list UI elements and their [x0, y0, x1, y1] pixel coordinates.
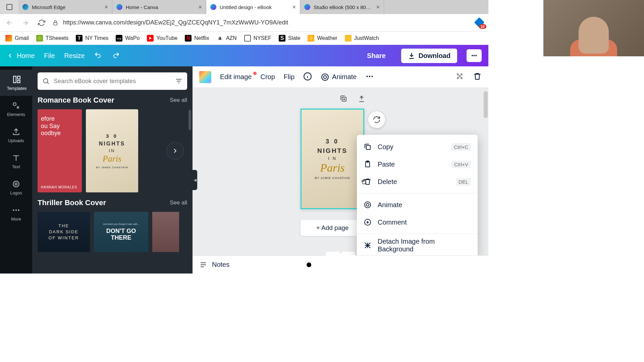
bookmark-netflix[interactable]: NNetflix — [185, 35, 209, 42]
youtube-icon — [147, 35, 154, 42]
template-row-romance: eforeou Sayoodbye HANNAH MORALES 3 0 NIG… — [38, 109, 187, 192]
canvas-area: Edit image Crop Flip Animate 3 0 NIGHTS … — [193, 66, 488, 274]
ctx-paste[interactable]: Paste Ctrl+V — [357, 156, 478, 173]
share-page-button[interactable] — [356, 93, 368, 105]
bookmark-youtube[interactable]: YouTube — [147, 35, 177, 42]
canvas-viewport[interactable]: 3 0 NIGHTS I N Paris BY JAMIE CHASTAIN +… — [193, 88, 488, 255]
vertical-scrollbar[interactable] — [484, 91, 488, 239]
rail-templates[interactable]: Templates — [0, 70, 34, 96]
browser-tab[interactable]: Studio eBook (500 x 800 p × — [300, 0, 384, 14]
info-button[interactable] — [303, 72, 312, 82]
bookmark-justwatch[interactable]: JustWatch — [345, 35, 379, 42]
refresh-fab[interactable] — [368, 111, 385, 128]
bookmark-azn[interactable]: aAZN — [217, 35, 237, 42]
template-card[interactable]: HUBERT — [152, 212, 179, 252]
reload-button[interactable] — [36, 17, 47, 28]
rail-elements[interactable]: Elements — [0, 96, 32, 122]
crop-button[interactable]: Crop — [261, 73, 275, 81]
delete-button[interactable] — [473, 72, 482, 82]
netflix-icon: N — [185, 35, 192, 42]
extension-badge[interactable]: 10 — [475, 18, 484, 27]
ctx-detach[interactable]: Detach Image from Background — [357, 237, 478, 254]
see-all-link[interactable]: See all — [170, 97, 187, 104]
close-icon[interactable]: × — [198, 4, 202, 11]
browser-tab-active[interactable]: Untitled design - eBook × — [206, 0, 300, 14]
transparency-button[interactable] — [455, 72, 464, 82]
url-text: https://www.canva.com/design/DAEw2Ej2_Qg… — [63, 19, 288, 26]
bottom-bar: ⌃ Notes — [193, 255, 488, 274]
svg-rect-1 — [13, 76, 16, 83]
panel-collapse-handle[interactable]: ◀ — [193, 170, 197, 190]
search-input[interactable] — [54, 78, 171, 85]
ctx-animate[interactable]: Animate — [357, 196, 478, 214]
template-card[interactable]: THEDARK SIDEOF WINTER — [38, 212, 90, 252]
ctx-copy[interactable]: Copy Ctrl+C — [357, 138, 478, 156]
color-picker[interactable] — [199, 71, 211, 83]
bookmark-wapo[interactable]: wpWaPo — [116, 35, 140, 42]
bookmark-gmail[interactable]: Gmail — [5, 35, 29, 42]
menu-separator — [357, 193, 478, 193]
template-card[interactable]: Just when you though it was safe... DON'… — [94, 212, 148, 252]
ctx-comment[interactable]: Comment — [357, 214, 478, 231]
bookmark-slate[interactable]: SSlate — [279, 35, 300, 42]
more-options-button[interactable] — [365, 72, 374, 82]
undo-button[interactable] — [94, 51, 102, 60]
paste-icon — [364, 160, 372, 168]
svg-rect-17 — [457, 73, 459, 75]
section-title: Thriller Book Cover — [38, 198, 106, 207]
justwatch-icon — [345, 35, 352, 42]
svg-point-6 — [15, 183, 17, 185]
duplicate-page-button[interactable] — [337, 93, 350, 105]
search-input-wrap[interactable] — [38, 72, 187, 90]
more-menu-button[interactable]: ••• — [467, 49, 482, 62]
rail-text[interactable]: Text — [0, 148, 32, 174]
url-field[interactable]: https://www.canva.com/design/DAEw2Ej2_Qg… — [52, 19, 470, 26]
add-page-button[interactable]: + Add page — [301, 220, 364, 236]
taskview-button[interactable] — [0, 0, 18, 14]
bookmark-tsheets[interactable]: TSheeets — [36, 35, 68, 42]
share-button[interactable]: Share — [361, 49, 392, 63]
svg-rect-20 — [457, 77, 459, 79]
carousel-next-button[interactable] — [166, 142, 184, 160]
browser-tab[interactable]: Microsoft Edge × — [18, 0, 112, 14]
close-icon[interactable]: × — [104, 4, 108, 11]
home-button[interactable]: Home — [7, 52, 35, 60]
edit-image-button[interactable]: Edit image — [220, 73, 252, 81]
close-icon[interactable]: × — [292, 4, 296, 11]
template-card[interactable]: 3 0 NIGHTS IN Paris BY JAMIE CHASTAIN — [86, 109, 138, 192]
notes-button[interactable]: Notes — [212, 261, 229, 268]
see-all-link[interactable]: See all — [170, 199, 187, 206]
notification-dot-icon — [253, 72, 257, 75]
context-menu: Copy Ctrl+C Paste Ctrl+V Delete DEL Anim… — [357, 135, 478, 255]
side-rail: Templates Elements Uploads Text Logos Mo… — [0, 66, 32, 274]
svg-point-8 — [15, 209, 17, 210]
rail-uploads[interactable]: Uploads — [0, 122, 32, 148]
resize-button[interactable]: Resize — [64, 52, 85, 60]
close-icon[interactable]: × — [376, 4, 380, 11]
flip-button[interactable]: Flip — [284, 73, 294, 81]
download-button[interactable]: Download — [401, 49, 458, 63]
rail-more[interactable]: More — [0, 200, 32, 227]
bookmark-nytimes[interactable]: TNY Times — [76, 35, 108, 42]
panel-scrollbar[interactable] — [189, 110, 191, 130]
collapse-up-handle[interactable]: ⌃ — [325, 251, 356, 256]
rail-logos[interactable]: Logos — [0, 174, 32, 200]
svg-rect-21 — [461, 77, 462, 79]
svg-point-14 — [367, 75, 368, 77]
forward-button[interactable] — [20, 17, 31, 28]
bookmark-nysef[interactable]: NYSEF — [244, 35, 271, 42]
ctx-delete[interactable]: Delete DEL — [357, 173, 478, 190]
zoom-slider-thumb[interactable] — [307, 262, 311, 267]
bookmark-weather[interactable]: Weather — [308, 35, 337, 42]
browser-tab[interactable]: Home - Canva × — [112, 0, 206, 14]
template-card[interactable]: eforeou Sayoodbye HANNAH MORALES — [38, 109, 82, 192]
filter-icon[interactable] — [175, 77, 182, 85]
svg-point-9 — [18, 209, 19, 210]
redo-button[interactable] — [112, 51, 120, 60]
svg-rect-18 — [461, 73, 462, 75]
design-page[interactable]: 3 0 NIGHTS I N Paris BY JAMIE CHASTAIN — [301, 109, 364, 209]
animate-button[interactable]: Animate — [321, 73, 357, 81]
svg-rect-19 — [459, 75, 461, 77]
back-button[interactable] — [4, 17, 15, 28]
file-menu[interactable]: File — [44, 52, 55, 60]
